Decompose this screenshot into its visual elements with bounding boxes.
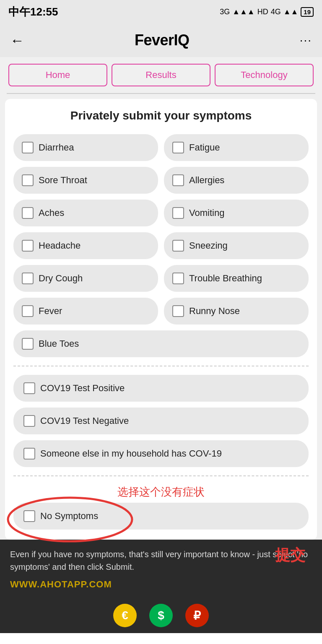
status-time: 中午12:55 xyxy=(8,5,58,19)
nav-circle-euro[interactable]: € xyxy=(113,604,137,627)
header-divider xyxy=(7,93,315,94)
symptom-sore-throat[interactable]: Sore Throat xyxy=(13,167,158,194)
checkbox-cov19-negative[interactable] xyxy=(23,415,35,427)
signal-bars: ▲▲▲ xyxy=(232,8,254,16)
checkbox-no-symptoms[interactable] xyxy=(23,510,35,522)
label-sneezing: Sneezing xyxy=(189,240,228,251)
label-allergies: Allergies xyxy=(189,175,224,186)
section-divider-2 xyxy=(13,475,309,476)
card-title: Privately submit your symptoms xyxy=(13,109,309,122)
symptom-fatigue[interactable]: Fatigue xyxy=(164,134,309,161)
symptom-runny-nose[interactable]: Runny Nose xyxy=(164,298,309,325)
label-runny-nose: Runny Nose xyxy=(189,306,240,317)
ruble-symbol: ₽ xyxy=(193,609,201,623)
watermark: WWW.AHOTAPP.COM xyxy=(10,577,312,591)
test-cov19-negative[interactable]: COV19 Test Negative xyxy=(13,408,309,434)
checkbox-sneezing[interactable] xyxy=(172,240,184,252)
checkbox-fever[interactable] xyxy=(22,305,34,317)
annotation-text: 选择这个没有症状 xyxy=(13,485,309,499)
euro-symbol: € xyxy=(122,609,128,622)
symptom-vomiting[interactable]: Vomiting xyxy=(164,200,309,226)
checkbox-diarrhea[interactable] xyxy=(22,142,34,153)
no-symptoms-section: 选择这个没有症状 No Symptoms xyxy=(13,485,309,530)
section-divider-1 xyxy=(13,366,309,366)
checkbox-trouble-breathing[interactable] xyxy=(172,273,184,284)
tab-technology[interactable]: Technology xyxy=(215,64,314,86)
label-cov19-negative: COV19 Test Negative xyxy=(40,415,129,426)
test-options: COV19 Test Positive COV19 Test Negative … xyxy=(13,375,309,467)
label-diarrhea: Diarrhea xyxy=(39,142,74,153)
status-bar: 中午12:55 3G ▲▲▲ HD 4G ▲▲ 19 xyxy=(0,0,322,23)
checkbox-household-cov19[interactable] xyxy=(23,448,35,460)
symptom-fever[interactable]: Fever xyxy=(13,298,158,325)
label-fever: Fever xyxy=(39,306,62,317)
label-headache: Headache xyxy=(39,240,80,251)
checkbox-runny-nose[interactable] xyxy=(172,305,184,317)
label-cov19-positive: COV19 Test Positive xyxy=(40,383,125,394)
symptom-dry-cough[interactable]: Dry Cough xyxy=(13,265,158,292)
checkbox-aches[interactable] xyxy=(22,207,34,219)
tab-home[interactable]: Home xyxy=(8,64,107,86)
label-household-cov19: Someone else in my household has COV-19 xyxy=(40,448,222,459)
checkbox-cov19-positive[interactable] xyxy=(23,382,35,394)
tab-bar: Home Results Technology xyxy=(0,57,322,93)
symptom-blue-toes[interactable]: Blue Toes xyxy=(13,330,309,357)
checkbox-dry-cough[interactable] xyxy=(22,273,34,284)
submit-annotation: 提交 xyxy=(275,544,305,566)
app-header: ← FeverIQ ··· xyxy=(0,23,322,57)
bottom-nav: € $ ₽ xyxy=(0,598,322,633)
checkbox-blue-toes[interactable] xyxy=(22,338,34,350)
hd-icon: HD xyxy=(257,8,268,16)
main-card: Privately submit your symptoms Diarrhea … xyxy=(5,99,317,540)
symptom-grid: Diarrhea Fatigue Sore Throat Allergies A… xyxy=(13,134,309,357)
nav-circle-ruble[interactable]: ₽ xyxy=(185,604,209,627)
label-trouble-breathing: Trouble Breathing xyxy=(189,273,262,284)
symptom-allergies[interactable]: Allergies xyxy=(164,167,309,194)
checkbox-fatigue[interactable] xyxy=(172,142,184,153)
test-cov19-positive[interactable]: COV19 Test Positive xyxy=(13,375,309,402)
system-nav: ○ ＜ xyxy=(0,633,322,644)
status-icons: 3G ▲▲▲ HD 4G ▲▲ 19 xyxy=(220,7,314,17)
app-title: FeverIQ xyxy=(135,31,190,49)
nav-circle-dollar[interactable]: $ xyxy=(149,604,173,627)
signal-4g: 4G xyxy=(271,8,281,16)
label-no-symptoms: No Symptoms xyxy=(40,511,98,522)
symptom-diarrhea[interactable]: Diarrhea xyxy=(13,134,158,161)
back-button[interactable]: ← xyxy=(10,33,24,47)
bottom-text: Even if you have no symptoms, that's sti… xyxy=(10,548,312,573)
symptom-aches[interactable]: Aches xyxy=(13,200,158,226)
test-household-cov19[interactable]: Someone else in my household has COV-19 xyxy=(13,440,309,467)
label-blue-toes: Blue Toes xyxy=(39,338,79,349)
checkbox-vomiting[interactable] xyxy=(172,207,184,219)
bottom-overlay: 提交 Even if you have no symptoms, that's … xyxy=(0,540,322,598)
checkbox-headache[interactable] xyxy=(22,240,34,252)
nav-back-button[interactable]: ＜ xyxy=(221,641,234,644)
label-sore-throat: Sore Throat xyxy=(39,175,87,186)
no-symptoms-item[interactable]: No Symptoms xyxy=(13,503,309,530)
symptom-sneezing[interactable]: Sneezing xyxy=(164,232,309,259)
dollar-symbol: $ xyxy=(158,609,164,622)
tab-results[interactable]: Results xyxy=(112,64,210,86)
checkbox-allergies[interactable] xyxy=(172,174,184,186)
label-aches: Aches xyxy=(39,208,64,218)
symptom-trouble-breathing[interactable]: Trouble Breathing xyxy=(164,265,309,292)
signal-3g: 3G xyxy=(220,8,230,16)
menu-button[interactable]: ··· xyxy=(300,34,312,47)
checkbox-sore-throat[interactable] xyxy=(22,174,34,186)
label-fatigue: Fatigue xyxy=(189,142,220,153)
battery-indicator: 19 xyxy=(301,7,314,17)
nav-home-button[interactable]: ○ xyxy=(88,642,96,644)
label-vomiting: Vomiting xyxy=(189,208,224,218)
signal-bars-2: ▲▲ xyxy=(283,8,299,16)
label-dry-cough: Dry Cough xyxy=(39,273,83,284)
symptom-headache[interactable]: Headache xyxy=(13,232,158,259)
